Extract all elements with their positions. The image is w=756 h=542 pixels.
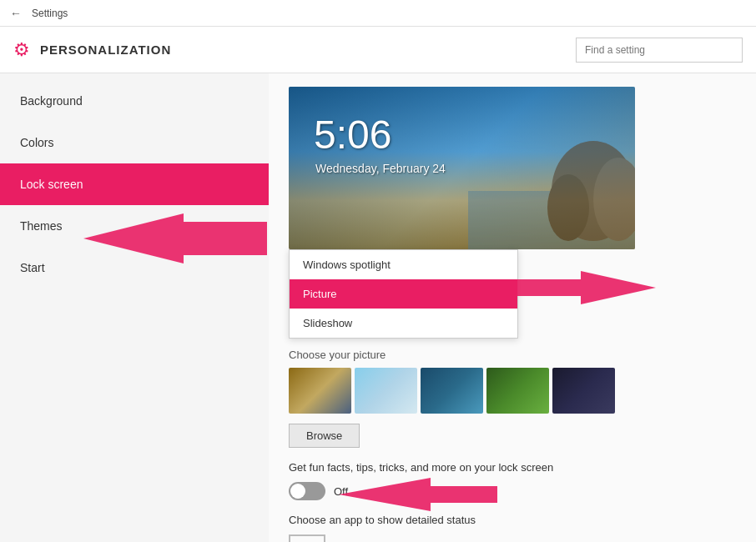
dropdown-option-slideshow[interactable]: Slideshow <box>290 309 517 338</box>
window-title: Settings <box>32 8 68 19</box>
page-title: PERSONALIZATION <box>40 43 576 57</box>
dropdown-option-windows-spotlight[interactable]: Windows spotlight <box>290 250 517 279</box>
thumbnail-2[interactable] <box>355 368 417 414</box>
content-area: 5:06 Wednesday, February 24 Windows spot… <box>269 73 756 542</box>
app-status-label: Choose an app to show detailed status <box>289 514 736 526</box>
fun-facts-toggle[interactable] <box>289 482 325 500</box>
sidebar-item-label: Lock screen <box>20 178 83 191</box>
sidebar-item-label: Themes <box>20 219 63 233</box>
toggle-knob <box>290 484 305 499</box>
sidebar-item-colors[interactable]: Colors <box>0 122 269 163</box>
lock-time: 5:06 <box>314 112 391 158</box>
header: ⚙ PERSONALIZATION <box>0 27 756 73</box>
dropdown-menu: Windows spotlight Picture Slideshow <box>289 249 518 339</box>
svg-marker-5 <box>514 271 656 304</box>
lock-screen-preview: 5:06 Wednesday, February 24 <box>289 87 635 249</box>
thumbnail-1[interactable] <box>289 368 351 414</box>
thumbnail-4[interactable] <box>486 368 549 414</box>
sidebar-item-start[interactable]: Start <box>0 247 269 289</box>
sidebar-item-label: Start <box>20 261 45 274</box>
svg-point-4 <box>547 174 589 241</box>
main-layout: Background Colors Lock screen Themes Sta… <box>0 73 756 542</box>
toggle-state-label: Off <box>334 485 348 498</box>
sidebar: Background Colors Lock screen Themes Sta… <box>0 73 269 542</box>
calendar-app-icon[interactable]: 📅 <box>289 534 325 542</box>
choose-picture-label: Choose your picture <box>289 349 736 361</box>
sidebar-item-background[interactable]: Background <box>0 80 269 122</box>
toggle-row: Off <box>289 482 736 500</box>
lock-date: Wednesday, February 24 <box>315 162 446 175</box>
picture-thumbnails <box>289 368 736 414</box>
fun-facts-label: Get fun facts, tips, tricks, and more on… <box>289 461 736 474</box>
svg-marker-6 <box>339 478 497 511</box>
gear-icon: ⚙ <box>13 39 30 61</box>
thumbnail-5[interactable] <box>552 368 615 414</box>
back-button[interactable]: ← <box>10 7 22 20</box>
dropdown-option-picture[interactable]: Picture <box>290 279 517 309</box>
browse-button[interactable]: Browse <box>289 424 360 448</box>
search-input[interactable] <box>576 38 743 63</box>
title-bar: ← Settings <box>0 0 756 27</box>
sidebar-item-lock-screen[interactable]: Lock screen <box>0 163 269 205</box>
sidebar-item-label: Background <box>20 94 83 108</box>
thumbnail-3[interactable] <box>421 368 483 414</box>
background-type-dropdown[interactable]: Windows spotlight Picture Slideshow <box>289 249 518 339</box>
sidebar-item-themes[interactable]: Themes <box>0 205 269 247</box>
sidebar-item-label: Colors <box>20 136 53 149</box>
